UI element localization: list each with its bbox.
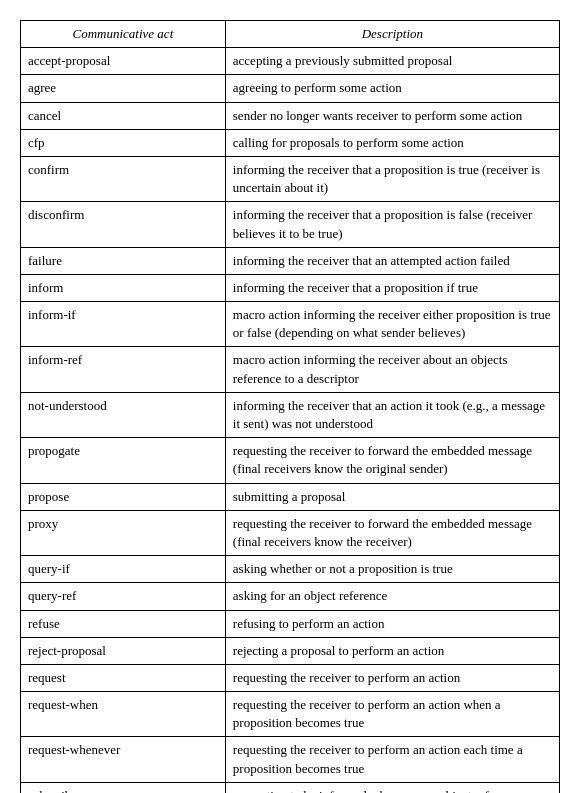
table-row: reject-proposalrejecting a proposal to p… [21,637,560,664]
table-row: request-whenrequesting the receiver to p… [21,692,560,737]
act-cell: agree [21,75,226,102]
act-cell: proxy [21,510,226,555]
act-cell: propose [21,483,226,510]
header-description: Description [225,21,559,48]
description-cell: accepting a previously submitted proposa… [225,48,559,75]
description-cell: asking whether or not a proposition is t… [225,556,559,583]
act-cell: not-understood [21,392,226,437]
act-cell: inform [21,274,226,301]
main-container: Communicative act Description accept-pro… [20,20,560,793]
act-cell: subscribe [21,782,226,793]
act-cell: query-ref [21,583,226,610]
description-cell: informing the receiver that a propositio… [225,274,559,301]
act-cell: inform-if [21,302,226,347]
description-cell: requesting the receiver to forward the e… [225,438,559,483]
description-cell: informing the receiver that a propositio… [225,156,559,201]
table-row: failureinforming the receiver that an at… [21,247,560,274]
act-cell: query-if [21,556,226,583]
description-cell: informing the receiver that a propositio… [225,202,559,247]
act-cell: reject-proposal [21,637,226,664]
act-cell: refuse [21,610,226,637]
table-row: confirminforming the receiver that a pro… [21,156,560,201]
description-cell: requesting the receiver to forward the e… [225,510,559,555]
act-cell: inform-ref [21,347,226,392]
act-cell: propogate [21,438,226,483]
table-row: proposesubmitting a proposal [21,483,560,510]
act-cell: confirm [21,156,226,201]
table-row: request-wheneverrequesting the receiver … [21,737,560,782]
table-row: subscriberequesting to be informed whene… [21,782,560,793]
description-cell: macro action informing the receiver abou… [225,347,559,392]
communicative-acts-table: Communicative act Description accept-pro… [20,20,560,793]
table-row: not-understoodinforming the receiver tha… [21,392,560,437]
description-cell: agreeing to perform some action [225,75,559,102]
description-cell: requesting the receiver to perform an ac… [225,664,559,691]
table-row: requestrequesting the receiver to perfor… [21,664,560,691]
act-cell: cfp [21,129,226,156]
description-cell: informing the receiver that an action it… [225,392,559,437]
act-cell: accept-proposal [21,48,226,75]
description-cell: requesting the receiver to perform an ac… [225,692,559,737]
description-cell: calling for proposals to perform some ac… [225,129,559,156]
description-cell: requesting to be informed whenever an ob… [225,782,559,793]
table-row: proxyrequesting the receiver to forward … [21,510,560,555]
act-cell: failure [21,247,226,274]
table-row: refuserefusing to perform an action [21,610,560,637]
table-row: cancelsender no longer wants receiver to… [21,102,560,129]
table-row: query-refasking for an object reference [21,583,560,610]
description-cell: asking for an object reference [225,583,559,610]
table-row: informinforming the receiver that a prop… [21,274,560,301]
table-row: disconfirminforming the receiver that a … [21,202,560,247]
table-row: cfpcalling for proposals to perform some… [21,129,560,156]
header-act: Communicative act [21,21,226,48]
description-cell: macro action informing the receiver eith… [225,302,559,347]
description-cell: sender no longer wants receiver to perfo… [225,102,559,129]
table-row: inform-ifmacro action informing the rece… [21,302,560,347]
description-cell: submitting a proposal [225,483,559,510]
act-cell: request [21,664,226,691]
table-header-row: Communicative act Description [21,21,560,48]
description-cell: requesting the receiver to perform an ac… [225,737,559,782]
act-cell: request-whenever [21,737,226,782]
description-cell: rejecting a proposal to perform an actio… [225,637,559,664]
table-row: query-ifasking whether or not a proposit… [21,556,560,583]
table-row: accept-proposalaccepting a previously su… [21,48,560,75]
description-cell: informing the receiver that an attempted… [225,247,559,274]
description-cell: refusing to perform an action [225,610,559,637]
table-row: propogaterequesting the receiver to forw… [21,438,560,483]
act-cell: cancel [21,102,226,129]
act-cell: request-when [21,692,226,737]
table-row: agreeagreeing to perform some action [21,75,560,102]
act-cell: disconfirm [21,202,226,247]
table-row: inform-refmacro action informing the rec… [21,347,560,392]
